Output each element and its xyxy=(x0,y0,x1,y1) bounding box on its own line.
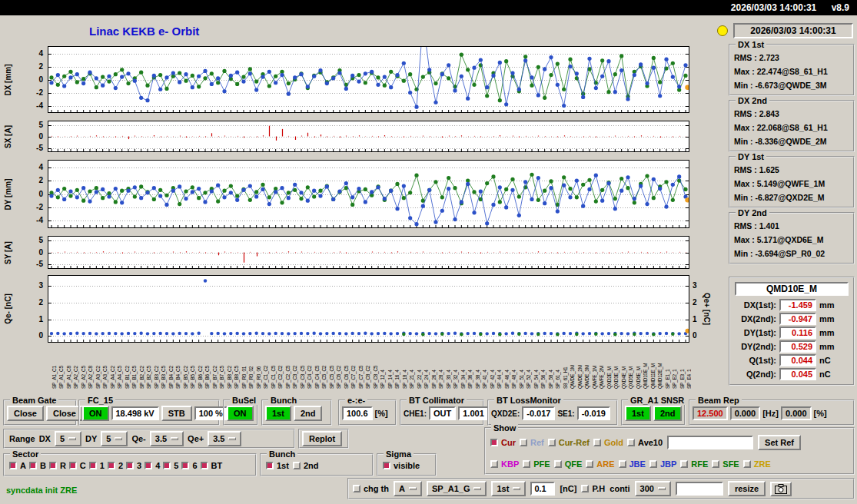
checkbox-label: C xyxy=(80,461,86,470)
region-checkbox-zre[interactable]: ZRE xyxy=(743,459,771,469)
x-axis-label: SP_38_4 xyxy=(475,370,480,389)
stat-panel-title: DY 2nd xyxy=(736,208,769,217)
option-menu-icon xyxy=(171,437,178,440)
stat-line: Max : 22.474@S8_61_H1 xyxy=(730,65,853,78)
x-axis-label: SP_A4_C2 xyxy=(110,366,115,389)
x-axis-label: SP_B4_C2 xyxy=(168,366,174,389)
fc15-on-button[interactable]: ON xyxy=(82,406,109,421)
x-axis-label: SP_12_4 xyxy=(380,370,385,389)
x-axis-label: SP_32_4 xyxy=(453,370,458,389)
x-axis-label: SP_44_4 xyxy=(497,370,502,389)
checkbox-indicator xyxy=(293,462,301,469)
range-qe-minus-value: 3.5 xyxy=(155,434,167,443)
chg-th-checkbox[interactable]: chg th xyxy=(353,484,389,493)
sector-checkbox-3[interactable]: 3 xyxy=(126,461,141,470)
checkbox-label: Gold xyxy=(604,438,623,447)
conti-label: conti xyxy=(610,484,629,493)
ph-checkbox[interactable]: P.H xyxy=(581,484,605,493)
threshold-input[interactable] xyxy=(530,482,555,496)
reference-file-input[interactable] xyxy=(667,436,753,449)
x-axis-label: SP_30_4 xyxy=(446,370,451,389)
x-axis-label: QWFE_2M xyxy=(599,366,604,389)
rate-select[interactable]: 300 xyxy=(635,481,671,496)
beam-gate-close-button-1[interactable]: Close xyxy=(7,406,44,421)
x-axis-label: SP_A4_C5 xyxy=(117,366,122,389)
y-tick-label: 1 xyxy=(38,314,43,323)
region-checkbox-kbp[interactable]: KBP xyxy=(490,459,519,469)
sector-checkbox-bt[interactable]: BT xyxy=(201,461,223,470)
x-axis-label: SP_R0_01 xyxy=(241,366,247,389)
bunch-show-checkbox-2nd[interactable]: 2nd xyxy=(293,461,319,470)
bunch-1st-button[interactable]: 1st xyxy=(265,406,291,421)
x-axis-label: SP_E4_1 xyxy=(686,370,691,389)
checkbox-indicator xyxy=(619,460,626,468)
plot-sy: SY [A]50-5 xyxy=(0,236,718,269)
bunch-select[interactable]: 1st xyxy=(491,481,526,496)
checkbox-label: Cur xyxy=(501,438,516,447)
region-checkbox-qfe[interactable]: QFE xyxy=(554,459,583,469)
y-tick-label: 5 xyxy=(38,120,43,128)
show-checkbox-gold[interactable]: Gold xyxy=(593,438,623,447)
sector-checkbox-4[interactable]: 4 xyxy=(144,461,160,470)
monitor-select[interactable]: SP_A1_G xyxy=(427,481,487,496)
x-axis-label: SP_C3_C5 xyxy=(300,366,305,389)
set-ref-button[interactable]: Set Ref xyxy=(758,435,801,450)
region-checkbox-jbe[interactable]: JBE xyxy=(619,459,646,469)
sigma-checkbox-visible[interactable]: visible xyxy=(383,461,420,470)
sector-checkbox-5[interactable]: 5 xyxy=(163,461,178,470)
y-tick-label: 0 xyxy=(38,247,43,256)
range-dx-select[interactable]: 5 xyxy=(55,431,81,446)
x-axis-label: SP_42_4 xyxy=(490,370,495,389)
show-checkbox-cur-ref[interactable]: Cur-Ref xyxy=(548,438,590,447)
region-checkbox-are[interactable]: ARE xyxy=(586,459,614,469)
snsr-2nd-button[interactable]: 2nd xyxy=(653,406,683,421)
sector-checkbox-1[interactable]: 1 xyxy=(89,461,105,470)
region-checkbox-sfe[interactable]: SFE xyxy=(712,459,739,469)
busel-on-button[interactable]: ON xyxy=(227,406,254,421)
checkbox-indicator xyxy=(49,462,57,469)
x-axis-label: SP_A2_C5 xyxy=(81,366,86,389)
misc-input[interactable] xyxy=(676,482,723,496)
region-checkbox-rfe[interactable]: RFE xyxy=(680,459,708,469)
range-qe-plus-select[interactable]: 3.5 xyxy=(208,431,241,446)
y-tick-label: 0 xyxy=(38,131,43,140)
stat-line: RMS : 2.723 xyxy=(730,51,853,65)
sector-checkbox-6[interactable]: 6 xyxy=(181,461,197,470)
show-checkbox-ave10[interactable]: Ave10 xyxy=(627,438,663,447)
bunch-2nd-button[interactable]: 2nd xyxy=(294,406,323,421)
beam-rep-value-1: 0.000 xyxy=(730,406,761,420)
stat-panel-title: DY 1st xyxy=(736,152,766,161)
range-dy-select[interactable]: 5 xyxy=(101,431,128,446)
x-axis-label: SP_41_4 xyxy=(482,370,487,389)
sector-checkbox-a[interactable]: A xyxy=(9,461,26,470)
region-checkbox-pfe[interactable]: PFE xyxy=(523,459,550,469)
show-checkbox-cur[interactable]: Cur xyxy=(490,438,516,447)
bunch-show-checkbox-1st[interactable]: 1st xyxy=(266,461,289,470)
snsr-1st-button[interactable]: 1st xyxy=(625,406,651,421)
threshold-unit: [nC] xyxy=(560,484,576,493)
y-tick-label: 0 xyxy=(38,189,43,197)
range-qe-plus-label: Qe+ xyxy=(188,434,204,443)
x-axis-label: SP_B3_C2 xyxy=(154,366,159,389)
sector-checkbox-2[interactable]: 2 xyxy=(108,461,123,470)
beam-gate-close-button-2[interactable]: Close xyxy=(46,406,83,421)
x-axis-label: SP_C3_C2 xyxy=(292,366,297,389)
region-checkbox-jbp[interactable]: JBP xyxy=(649,459,676,469)
sector-checkbox-b[interactable]: B xyxy=(29,461,46,470)
sector-checkbox-c[interactable]: C xyxy=(69,461,86,470)
x-axis-label: SP_22_4 xyxy=(417,370,422,389)
monitor-select-value: SP_A1_G xyxy=(432,484,470,493)
show-checkbox-ref[interactable]: Ref xyxy=(520,438,544,447)
plot-dx-canvas xyxy=(48,46,689,113)
range-qe-minus-select[interactable]: 3.5 xyxy=(150,431,184,446)
sector-select[interactable]: A xyxy=(394,481,422,496)
resize-button[interactable]: resize xyxy=(728,481,766,496)
fc15-group: FC_15 ON 18.498 kV STB 100 % xyxy=(78,400,220,426)
fc15-stb-button[interactable]: STB xyxy=(161,406,192,421)
sector-checkbox-r[interactable]: R xyxy=(49,461,66,470)
x-axis-label: SP_58_4 xyxy=(548,370,553,389)
titlebar-datetime: 2026/03/03 14:00:31 xyxy=(731,2,816,13)
replot-button[interactable]: Replot xyxy=(302,431,342,446)
snapshot-button[interactable] xyxy=(770,482,792,496)
monitor-row-unit: nC xyxy=(819,356,831,365)
